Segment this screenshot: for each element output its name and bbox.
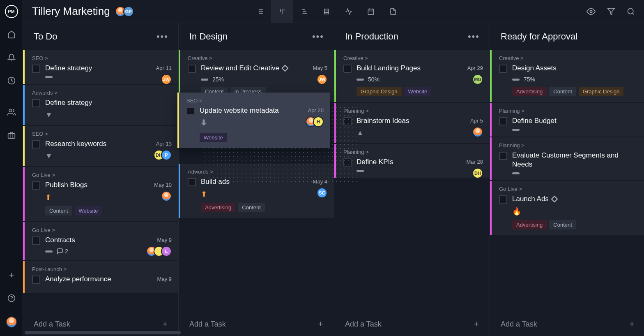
- assignee-avatar[interactable]: P: [161, 150, 172, 160]
- tag[interactable]: Website: [75, 206, 102, 216]
- watch-icon[interactable]: [586, 7, 596, 16]
- card-assignees: JW: [164, 74, 172, 85]
- tag[interactable]: Advertising: [512, 220, 547, 229]
- column-menu-icon[interactable]: •••: [156, 31, 168, 42]
- task-checkbox[interactable]: [499, 195, 507, 204]
- task-card[interactable]: SEO >Update website metadataWebsiteApr 2…: [177, 93, 330, 148]
- board-column: To Do•••SEO >Define strategyApr 11JWAdwo…: [23, 23, 179, 336]
- member-avatar[interactable]: GP: [123, 6, 134, 17]
- assignee-avatar[interactable]: SC: [317, 188, 327, 198]
- priority-icon: ▼: [45, 152, 53, 160]
- column-menu-icon[interactable]: •••: [468, 31, 480, 42]
- tag[interactable]: Website: [200, 133, 227, 142]
- task-card[interactable]: Go Live >Publish Blogs⬆ContentWebsiteMay…: [23, 167, 178, 221]
- filter-icon[interactable]: [607, 7, 615, 16]
- task-checkbox[interactable]: [32, 99, 40, 107]
- progress-percent: 50%: [368, 76, 380, 83]
- card-tags: AdvertisingContent: [512, 220, 639, 229]
- task-checkbox[interactable]: [32, 65, 40, 73]
- board-view-tab[interactable]: [271, 0, 293, 23]
- cards-container: SEO >Define strategyApr 11JWAdwords >Def…: [23, 50, 178, 312]
- card-category: Creative >: [343, 55, 483, 61]
- plus-icon: +: [318, 319, 323, 329]
- assignee-avatar[interactable]: [472, 127, 483, 137]
- assignee-avatar[interactable]: L: [161, 246, 172, 257]
- task-card[interactable]: SEO >Define strategyApr 11JW: [23, 50, 178, 84]
- list-view-tab[interactable]: [249, 0, 271, 23]
- add-task-button[interactable]: Add a Task+: [334, 312, 490, 336]
- card-category: Post-Launch >: [32, 266, 172, 272]
- comments-count[interactable]: 2: [57, 248, 68, 255]
- card-date: Apr 20: [308, 107, 324, 114]
- task-checkbox[interactable]: [188, 65, 196, 73]
- task-checkbox[interactable]: [186, 107, 195, 115]
- task-checkbox[interactable]: [343, 65, 352, 73]
- card-category: Go Live >: [32, 172, 172, 178]
- bell-icon[interactable]: [7, 53, 16, 63]
- search-icon[interactable]: [627, 7, 635, 16]
- task-checkbox[interactable]: [499, 117, 507, 125]
- calendar-view-tab[interactable]: [360, 0, 382, 23]
- card-date: May 10: [154, 182, 172, 188]
- task-checkbox[interactable]: [32, 236, 40, 245]
- assignee-avatar[interactable]: MG: [472, 74, 483, 85]
- card-meta: 25%: [201, 76, 327, 83]
- task-card[interactable]: Planning >Evaluate Customer Segments and…: [490, 137, 644, 180]
- project-title: Tillery Marketing: [32, 5, 110, 18]
- card-date: Apr 13: [156, 141, 172, 147]
- activity-view-tab[interactable]: [338, 0, 360, 23]
- task-card[interactable]: Adwords >Define strategy▼: [23, 85, 178, 125]
- plus-icon[interactable]: [7, 270, 16, 280]
- add-task-button[interactable]: Add a Task+: [179, 312, 334, 336]
- task-checkbox[interactable]: [499, 152, 507, 160]
- tag[interactable]: Advertising: [201, 203, 235, 212]
- task-checkbox[interactable]: [32, 276, 40, 284]
- table-view-tab[interactable]: [315, 0, 338, 23]
- horizontal-scrollbar[interactable]: [25, 331, 181, 334]
- tag[interactable]: Content: [45, 206, 72, 216]
- files-view-tab[interactable]: [382, 0, 404, 23]
- user-avatar[interactable]: [6, 316, 17, 328]
- card-category: Creative >: [188, 55, 327, 61]
- app-logo[interactable]: PM: [5, 5, 18, 18]
- task-checkbox[interactable]: [499, 65, 507, 73]
- plus-icon: +: [474, 319, 479, 329]
- tag[interactable]: Advertising: [512, 87, 547, 96]
- tag[interactable]: Content: [238, 203, 265, 212]
- assignee-avatar[interactable]: H: [313, 116, 324, 127]
- board-column: Ready for ApprovalCreative >Design Asset…: [490, 23, 644, 336]
- tag[interactable]: Content: [549, 220, 576, 229]
- task-checkbox[interactable]: [188, 178, 196, 186]
- svg-rect-2: [8, 134, 15, 139]
- tag[interactable]: Website: [404, 87, 432, 96]
- project-members[interactable]: GP: [117, 6, 134, 17]
- card-meta: [512, 129, 639, 131]
- people-icon[interactable]: [7, 107, 16, 117]
- assignee-avatar[interactable]: JW: [161, 74, 172, 85]
- task-card[interactable]: Post-Launch >Analyze performanceMay 9: [23, 261, 178, 293]
- column-menu-icon[interactable]: •••: [312, 31, 324, 42]
- tag[interactable]: Graphic Design: [579, 87, 624, 96]
- help-icon[interactable]: [7, 293, 16, 303]
- clock-icon[interactable]: [7, 76, 16, 86]
- assignee-avatar[interactable]: DH: [472, 168, 483, 178]
- task-card[interactable]: Creative >Build Landing Pages50%Graphic …: [334, 50, 490, 102]
- briefcase-icon[interactable]: [7, 130, 16, 140]
- progress-percent: 75%: [524, 76, 535, 83]
- task-checkbox[interactable]: [32, 181, 40, 190]
- task-checkbox[interactable]: [32, 140, 40, 148]
- tag[interactable]: Graphic Design: [356, 87, 402, 96]
- card-assignees: JW: [320, 74, 327, 85]
- task-card[interactable]: Go Live >Launch Ads🔥AdvertisingContent: [490, 181, 644, 235]
- task-card[interactable]: Go Live >Contracts 2May 9L: [23, 222, 178, 260]
- task-card[interactable]: Planning >Define Budget: [490, 103, 644, 137]
- column-title: Ready for Approval: [501, 31, 577, 42]
- assignee-avatar[interactable]: JW: [317, 74, 327, 85]
- home-icon[interactable]: [7, 30, 16, 39]
- task-card[interactable]: Creative >Design Assets75%AdvertisingCon…: [490, 50, 644, 102]
- add-task-button[interactable]: Add a Task+: [490, 312, 644, 336]
- task-card[interactable]: SEO >Research keywords▼Apr 13DHP: [23, 126, 178, 166]
- tag[interactable]: Content: [549, 87, 576, 96]
- assignee-avatar[interactable]: [161, 191, 172, 202]
- gantt-view-tab[interactable]: [293, 0, 315, 23]
